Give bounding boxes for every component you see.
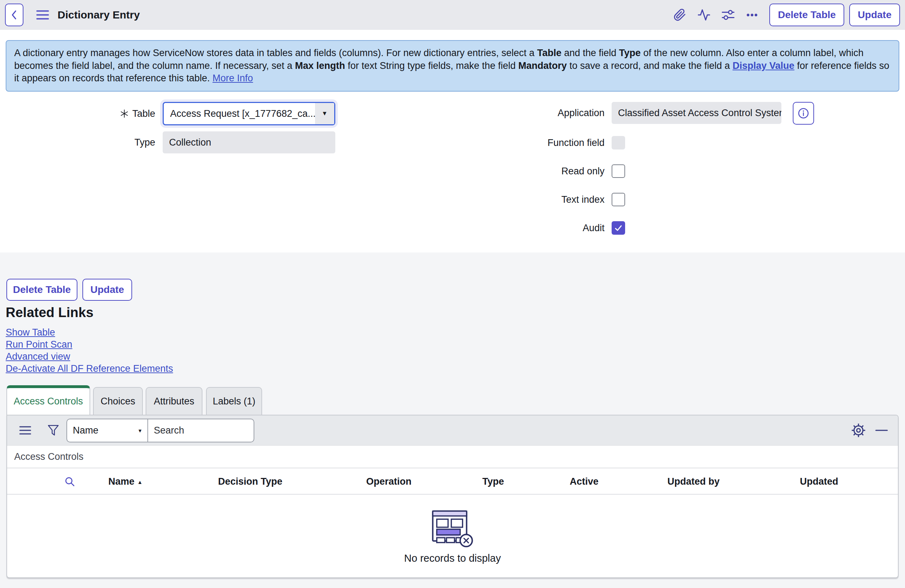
tab-access-controls[interactable]: Access Controls [6, 385, 90, 415]
display-value-link[interactable]: Display Value [732, 60, 794, 71]
chevron-left-icon [11, 10, 18, 20]
related-links-heading: Related Links [6, 305, 94, 320]
table-field-label: Table [0, 102, 155, 125]
sort-ascending-icon: ▲ [137, 479, 143, 485]
show-table-link[interactable]: Show Table [6, 328, 55, 337]
activity-stream-icon[interactable] [692, 3, 716, 26]
more-options-icon[interactable]: ••• [740, 3, 764, 26]
empty-message: No records to display [404, 553, 501, 564]
related-section: Delete Table Update Related Links Show T… [0, 252, 905, 588]
banner-text: A dictionary entry manages how ServiceNo… [14, 48, 537, 58]
audit-checkbox[interactable] [611, 221, 625, 235]
empty-state: No records to display [7, 494, 898, 577]
column-header-name[interactable]: Name▲ [108, 468, 143, 494]
function-field-checkbox[interactable] [611, 136, 625, 149]
read-only-checkbox[interactable] [611, 165, 625, 178]
column-header-updated-by[interactable]: Updated by [667, 468, 719, 494]
search-column-value: Name [73, 425, 137, 436]
related-links-list: Show Table Run Point Scan Advanced view … [6, 328, 173, 376]
list-toolbar: Name ▼ [7, 415, 898, 445]
list-search-group: Name ▼ [67, 418, 254, 442]
search-field-wrap [148, 419, 254, 442]
table-select[interactable]: Access Request [x_1777682_ca... ▼ [163, 102, 335, 125]
no-records-illustration-icon [432, 508, 473, 548]
column-header-operation[interactable]: Operation [366, 468, 412, 494]
banner-text: Max length [295, 60, 345, 71]
page-title: Dictionary Entry [57, 9, 140, 21]
banner-text: Table [537, 48, 562, 58]
update-button-secondary[interactable]: Update [83, 279, 132, 301]
search-column-select[interactable]: Name ▼ [67, 419, 148, 442]
search-icon[interactable] [64, 468, 75, 494]
info-icon [797, 107, 810, 119]
read-only-label: Read only [448, 164, 605, 178]
back-button[interactable] [5, 3, 24, 26]
banner-text: to save a record, and make the field a [567, 60, 733, 71]
checkmark-icon [614, 224, 622, 232]
mandatory-asterisk-icon [120, 109, 129, 118]
list-caption: Access Controls [7, 445, 898, 468]
column-header-type[interactable]: Type [482, 468, 504, 494]
type-field-value: Collection [163, 132, 335, 154]
form-header: Dictionary Entry ••• Delete Table Update [0, 0, 905, 30]
personalize-sliders-icon[interactable] [716, 3, 740, 26]
more-info-link[interactable]: More Info [213, 73, 253, 84]
list-header-row: Name▲ Decision Type Operation Type Activ… [7, 468, 898, 494]
deactivate-df-reference-elements-link[interactable]: De-Activate All DF Reference Elements [6, 364, 173, 374]
table-label-text: Table [132, 108, 155, 119]
text-index-label: Text index [448, 192, 605, 207]
banner-text: Type [619, 48, 641, 58]
attachment-icon[interactable] [668, 3, 692, 26]
list-menu-icon[interactable] [19, 415, 31, 445]
filter-funnel-icon[interactable] [47, 415, 60, 445]
list-settings-gear-icon[interactable] [851, 415, 866, 445]
delete-table-button[interactable]: Delete Table [769, 3, 844, 26]
column-label: Name [108, 476, 135, 487]
tab-choices[interactable]: Choices [93, 387, 143, 415]
delete-table-button-secondary[interactable]: Delete Table [6, 279, 78, 301]
table-select-value: Access Request [x_1777682_ca... [164, 108, 315, 119]
column-header-active[interactable]: Active [570, 468, 599, 494]
context-menu-icon[interactable] [33, 3, 52, 26]
tab-attributes[interactable]: Attributes [146, 387, 202, 415]
search-column-dropdown-icon: ▼ [137, 428, 143, 434]
advanced-view-link[interactable]: Advanced view [6, 352, 70, 361]
dictionary-entry-page: Dictionary Entry ••• Delete Table Update… [0, 0, 905, 588]
column-header-updated[interactable]: Updated [800, 468, 838, 494]
table-select-dropdown-icon[interactable]: ▼ [315, 103, 334, 124]
run-point-scan-link[interactable]: Run Point Scan [6, 340, 73, 349]
function-field-label: Function field [448, 136, 605, 150]
banner-text: Mandatory [518, 60, 567, 71]
application-field-label: Application [448, 102, 605, 124]
type-field-label: Type [0, 132, 155, 154]
banner-text: for text String type fields, make the fi… [345, 60, 518, 71]
list-search-input[interactable] [148, 419, 254, 442]
application-info-button[interactable] [793, 102, 814, 125]
text-index-checkbox[interactable] [611, 193, 625, 206]
audit-label: Audit [448, 221, 605, 235]
access-controls-list: Name ▼ Access Controls [6, 415, 899, 578]
tab-labels[interactable]: Labels (1) [206, 387, 262, 415]
banner-text: and the field [562, 48, 619, 58]
collapse-list-icon[interactable] [875, 415, 888, 445]
info-banner: A dictionary entry manages how ServiceNo… [6, 40, 899, 92]
application-field-value: Classified Asset Access Control Syster [611, 102, 781, 124]
column-header-decision-type[interactable]: Decision Type [218, 468, 283, 494]
update-button[interactable]: Update [849, 3, 900, 26]
